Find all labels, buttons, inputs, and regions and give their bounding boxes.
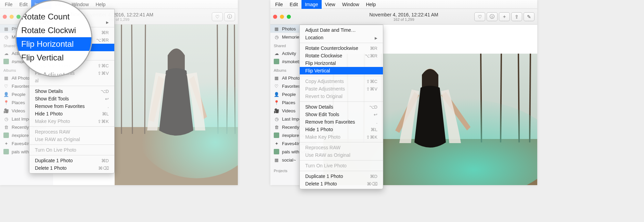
menu-item-remove-from-favorites[interactable]: Remove from Favorites. [300, 118, 383, 126]
menu-item-make-key-photo: Make Key Photo⇧⌘K [300, 133, 383, 141]
panel-left-screenshot: File Edit Image View Window Help Novembe… [0, 0, 238, 185]
minimize-icon[interactable] [10, 15, 14, 19]
plus-icon: ＋ [502, 14, 507, 20]
zoom-icon[interactable] [287, 15, 291, 19]
sidebar-item-label: Videos [12, 108, 25, 113]
menu-item-hide-1-photo[interactable]: Hide 1 Photo⌘L [29, 110, 114, 117]
menu-item-delete-1-photo[interactable]: Delete 1 Photo⌘⌫ [300, 180, 383, 188]
menu-item-rotate-clockwise[interactable]: Rotate Clockwise⌥⌘R [300, 52, 383, 59]
menu-item-show-details[interactable]: Show Details⌥D [300, 103, 383, 111]
sparkle-icon: ✦ [3, 141, 9, 146]
menu-window[interactable]: Window [339, 0, 363, 9]
menu-item-shortcut: ⌘D [101, 158, 109, 163]
menu-item-shortcut: ⌘⌫ [367, 181, 377, 186]
menu-item-flip-horizontal[interactable]: Flip Horizontal [300, 59, 383, 67]
menu-item-show-details[interactable]: Show Details⌥D [29, 87, 114, 95]
menu-item-shortcut: ⌘R [101, 30, 109, 35]
menu-item-use-raw-as-original: Use RAW as Original [29, 136, 114, 143]
menu-item-adjust-date-and-time-[interactable]: Adjust Date and Time… [300, 26, 383, 34]
traffic-lights [3, 15, 21, 19]
menu-item-shortcut: ↩ [105, 96, 109, 101]
menu-item-label: Hide 1 Photo [35, 111, 63, 116]
menu-item-label: Remove from Favorites [305, 119, 355, 125]
mag-item: Rotate Clockwi [16, 24, 91, 37]
pin-icon: 📍 [274, 100, 279, 105]
sidebar-item-label: Favorites [282, 84, 300, 89]
image-menu-dropdown[interactable]: Adjust Date and Time…LocationRotate Coun… [299, 25, 383, 189]
album-thumb-icon [3, 149, 9, 154]
menu-item-delete-1-photo[interactable]: Delete 1 Photo⌘⌫ [29, 164, 114, 172]
info-button[interactable]: ⓘ [487, 12, 498, 21]
menu-item-hide-1-photo[interactable]: Hide 1 Photo⌘L [300, 126, 383, 133]
menu-item-paste-adjustments: Paste Adjustments⇧⌘V [300, 85, 383, 93]
heart-icon: ♡ [3, 83, 9, 89]
menu-item-shortcut: ⌘L [102, 111, 109, 116]
menu-item-label: Paste Adjustments [305, 86, 345, 92]
menu-item-duplicate-1-photo[interactable]: Duplicate 1 Photo⌘D [300, 172, 383, 180]
menu-item-rotate-counterclockwise[interactable]: Rotate Counterclockwise⌘R [300, 44, 383, 52]
menu-item-use-raw-as-original: Use RAW as Original [300, 151, 383, 159]
menu-item-remove-from-favorites[interactable]: Remove from Favorites. [29, 102, 114, 110]
menu-item-shortcut [375, 35, 377, 40]
sparkle-icon: ✦ [274, 141, 279, 146]
cloud-icon: ☁ [274, 51, 279, 56]
mag-item: Rotate Count [16, 10, 91, 24]
album-thumb-icon [274, 149, 279, 154]
menu-item-label: Flip Horizontal [305, 60, 336, 66]
menu-file[interactable]: File [272, 0, 286, 9]
menu-item-shortcut: ⌘R [370, 46, 377, 51]
menu-file[interactable]: File [1, 0, 16, 9]
menu-item-shortcut: ⇧⌘K [366, 135, 377, 140]
menu-item-flip-vertical[interactable]: Flip Vertical [300, 67, 383, 74]
info-icon: ⓘ [227, 14, 232, 20]
menu-item-shortcut: ⇧⌘C [366, 79, 377, 84]
menu-item-label: Show Details [35, 88, 63, 94]
menu-help[interactable]: Help [363, 0, 379, 9]
menu-item-label: Use RAW as Original [305, 152, 350, 158]
person-icon: 👤 [3, 92, 9, 97]
pin-icon: 📍 [3, 100, 9, 105]
menu-image[interactable]: Image [301, 0, 322, 9]
clock-icon: ◷ [3, 34, 9, 40]
close-icon[interactable] [273, 15, 277, 19]
info-button[interactable]: ⓘ [224, 12, 235, 21]
add-button[interactable]: ＋ [499, 12, 510, 21]
favorite-button[interactable]: ♡ [212, 12, 223, 21]
menu-item-duplicate-1-photo[interactable]: Duplicate 1 Photo⌘D [29, 157, 114, 164]
menu-view[interactable]: View [322, 0, 339, 9]
menu-item-label: Use RAW as Original [35, 137, 80, 142]
menu-item-label: Rotate Counterclockwise [305, 45, 358, 51]
sidebar-item-label: social~ [282, 157, 296, 163]
zoom-icon[interactable] [16, 15, 21, 19]
heart-icon: ♡ [215, 14, 220, 19]
sidebar-item-label: Memories [282, 34, 301, 40]
menu-item-show-edit-tools[interactable]: Show Edit Tools↩ [300, 111, 383, 118]
album-thumb-icon [3, 59, 9, 64]
menu-edit[interactable]: Edit [286, 0, 301, 9]
favorite-button[interactable]: ♡ [474, 12, 485, 21]
menu-item-label: Duplicate 1 Photo [305, 174, 343, 179]
menu-help[interactable]: Help [92, 0, 109, 9]
minimize-icon[interactable] [280, 15, 284, 19]
menu-item-shortcut: ⇧⌘C [98, 63, 109, 68]
menu-item-label: Location [305, 35, 323, 40]
menu-item-show-edit-tools[interactable]: Show Edit Tools↩ [29, 95, 114, 102]
close-icon[interactable] [3, 15, 7, 19]
share-button[interactable]: ⇪ [511, 12, 522, 21]
edit-button[interactable]: ✎ [524, 12, 534, 21]
menu-item-make-key-photo: Make Key Photo⇧⌘K [29, 117, 114, 125]
sidebar-item-label: All Photos [12, 75, 32, 81]
menu-item-shortcut: ⌘L [371, 127, 377, 132]
menu-item-label: Reprocess RAW [35, 129, 70, 135]
menu-item-label: Revert to Original [305, 94, 343, 99]
menu-item-shortcut: . [376, 120, 377, 125]
menu-item-location[interactable]: Location [300, 34, 383, 41]
menu-item-shortcut: ↩ [374, 112, 377, 117]
clock-icon: ◷ [274, 116, 279, 122]
grid-icon: ▦ [274, 157, 279, 163]
menu-edit[interactable]: Edit [16, 0, 31, 9]
photo-counter: 162 of 1,299 [369, 17, 438, 22]
menu-item-copy-adjustments: Copy Adjustments⇧⌘C [300, 78, 383, 85]
menu-item-reprocess-raw: Reprocess RAW [300, 144, 383, 151]
menu-item-shortcut: ⇧⌘V [366, 86, 377, 92]
